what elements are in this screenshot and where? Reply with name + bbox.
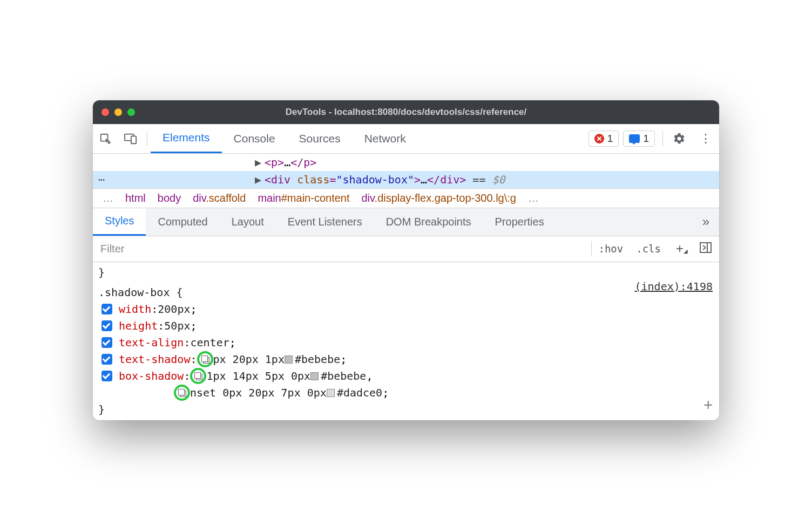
shadow-editor-button[interactable] — [197, 351, 213, 367]
crumb-overflow-left[interactable]: … — [103, 192, 113, 204]
gear-icon — [673, 132, 686, 145]
styles-filter-bar: :hov .cls +◢ — [93, 236, 719, 262]
tab-network[interactable]: Network — [353, 124, 418, 153]
declaration-toggle[interactable] — [102, 371, 112, 381]
declaration-toggle[interactable] — [102, 304, 112, 314]
dom-tree[interactable]: ▶<p>…</p> ▶<div class="shadow-box">…</di… — [93, 154, 719, 188]
more-tabs-button[interactable]: » — [693, 214, 719, 229]
styles-subtabs: Styles Computed Layout Event Listeners D… — [93, 208, 719, 236]
rule-close: } — [98, 401, 719, 418]
traffic-lights — [102, 108, 135, 116]
shadow-editor-button[interactable] — [190, 368, 206, 384]
main-toolbar: Elements Console Sources Network 1 1 ⋮ — [93, 124, 719, 154]
shadow-icon — [201, 355, 209, 363]
crumb-body[interactable]: body — [158, 192, 181, 204]
inspect-element-icon[interactable] — [93, 124, 118, 153]
subtab-properties[interactable]: Properties — [483, 208, 556, 236]
shadow-editor-button[interactable] — [174, 385, 190, 401]
subtab-dom-breakpoints[interactable]: DOM Breakpoints — [374, 208, 483, 236]
declaration-box-shadow[interactable]: box-shadow: 1px 14px 5px 0px #bebebe, — [98, 368, 719, 385]
declaration-height[interactable]: height: 50px; — [98, 318, 719, 334]
shadow-icon — [178, 389, 186, 396]
new-style-rule-button[interactable]: +◢ — [667, 241, 692, 256]
crumb-html[interactable]: html — [125, 192, 146, 204]
declaration-width[interactable]: width: 200px; — [98, 301, 719, 318]
messages-badge[interactable]: 1 — [623, 131, 655, 147]
declaration-toggle[interactable] — [102, 337, 112, 348]
declaration-text-align[interactable]: text-align: center; — [98, 334, 719, 351]
rule-close-prev: } — [98, 264, 719, 281]
crumb-main[interactable]: main#main-content — [258, 192, 349, 204]
crumb-div-flex[interactable]: div.display-flex.gap-top-300.lg\:g — [362, 192, 516, 204]
hov-toggle[interactable]: :hov — [592, 243, 630, 255]
more-menu-button[interactable]: ⋮ — [692, 132, 719, 146]
zoom-window-button[interactable] — [127, 108, 135, 116]
insert-style-rule-button[interactable]: + — [703, 393, 713, 416]
computed-sidebar-toggle-icon[interactable] — [692, 242, 719, 255]
rule-source-link[interactable]: (index):4198 — [635, 278, 713, 295]
subtab-event-listeners[interactable]: Event Listeners — [276, 208, 374, 236]
panel-tabs: Elements Console Sources Network — [151, 124, 418, 153]
minimize-window-button[interactable] — [114, 108, 122, 116]
color-swatch[interactable] — [327, 389, 335, 397]
messages-count: 1 — [643, 133, 649, 145]
dom-node-selected[interactable]: ▶<div class="shadow-box">…</div> == $0 — [93, 171, 719, 188]
declaration-toggle[interactable] — [102, 354, 112, 365]
filter-input[interactable] — [93, 236, 591, 262]
error-icon — [594, 134, 604, 143]
errors-badge[interactable]: 1 — [588, 131, 619, 147]
settings-button[interactable] — [666, 124, 692, 153]
crumb-div-scaffold[interactable]: div.scaffold — [193, 192, 246, 204]
crumb-overflow-right[interactable]: … — [528, 192, 539, 204]
subtab-layout[interactable]: Layout — [220, 208, 276, 236]
separator — [662, 131, 663, 146]
shadow-icon — [194, 372, 202, 380]
window-titlebar: DevTools - localhost:8080/docs/devtools/… — [93, 100, 719, 124]
tab-console[interactable]: Console — [222, 124, 287, 153]
tab-sources[interactable]: Sources — [287, 124, 353, 153]
dom-node[interactable]: ▶<p>…</p> — [93, 154, 719, 171]
window-title: DevTools - localhost:8080/docs/devtools/… — [93, 107, 719, 118]
subtab-computed[interactable]: Computed — [146, 208, 219, 236]
breadcrumb[interactable]: … html body div.scaffold main#main-conte… — [93, 188, 719, 208]
disclosure-triangle-icon[interactable]: ▶ — [255, 154, 265, 171]
message-icon — [629, 134, 640, 143]
close-window-button[interactable] — [102, 108, 109, 116]
errors-count: 1 — [607, 133, 613, 145]
declaration-toggle[interactable] — [102, 320, 112, 331]
color-swatch[interactable] — [310, 372, 319, 380]
device-toolbar-icon[interactable] — [118, 124, 144, 153]
separator — [147, 131, 147, 146]
declaration-text-shadow[interactable]: text-shadow: px 20px 1px #bebebe; — [98, 351, 719, 368]
declaration-box-shadow-cont[interactable]: nset 0px 20px 7px 0px #dadce0; — [98, 385, 719, 401]
devtools-window: DevTools - localhost:8080/docs/devtools/… — [93, 100, 719, 420]
tab-elements[interactable]: Elements — [151, 124, 222, 153]
rule-selector[interactable]: .shadow-box { — [98, 284, 719, 301]
cls-toggle[interactable]: .cls — [630, 243, 667, 255]
svg-rect-2 — [131, 136, 136, 143]
disclosure-triangle-icon[interactable]: ▶ — [255, 171, 265, 188]
color-swatch[interactable] — [285, 355, 293, 364]
styles-pane[interactable]: } .shadow-box { (index):4198 width: 200p… — [93, 262, 719, 420]
subtab-styles[interactable]: Styles — [93, 208, 146, 236]
